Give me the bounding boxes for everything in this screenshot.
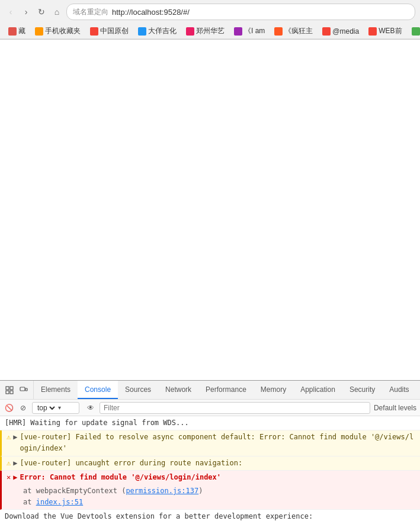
tab-security[interactable]: Security: [342, 381, 382, 399]
refresh-button[interactable]: ↻: [36, 6, 47, 18]
collapse-icon[interactable]: ▶: [13, 472, 17, 483]
context-selector[interactable]: top: [35, 403, 57, 413]
svg-rect-0: [6, 387, 9, 390]
redirect-label: 域名重定向: [73, 7, 108, 17]
bookmark-label: 中国原创: [100, 26, 129, 36]
console-line-devtools: Download the Vue Devtools extension for …: [0, 510, 420, 521]
browser-chrome: ‹ › ↻ ⌂ 域名重定向 http://localhost:9528/#/ 藏…: [0, 0, 420, 40]
bookmark-item[interactable]: 大佯吉化: [134, 25, 180, 37]
bookmark-label: 藏: [18, 26, 25, 36]
console-line-warn2: ⚠ ▶ [vue-router] uncaught error during r…: [0, 456, 420, 471]
tab-memory[interactable]: Memory: [254, 381, 293, 399]
bookmarks-bar: 藏 手机收藏夹 中国原创 大佯吉化 郑州华艺 《I am: [0, 24, 420, 39]
bookmark-label: 大佯吉化: [148, 26, 177, 36]
warning-icon: ⚠: [7, 458, 11, 469]
bookmark-item[interactable]: 《I am: [230, 25, 268, 37]
bookmark-label: 《疯狂主: [284, 26, 313, 36]
bookmark-item[interactable]: 郑州华艺: [182, 25, 228, 37]
bookmark-item[interactable]: WEB前: [365, 25, 405, 37]
console-text: [vue-router] uncaught error during route…: [20, 458, 415, 469]
bookmark-icon: [138, 27, 146, 36]
default-levels-label: Default levels: [374, 404, 416, 412]
bookmark-label: 《I am: [244, 26, 265, 36]
bookmark-item[interactable]: 送: [408, 25, 420, 37]
stop-button[interactable]: ⊘: [18, 403, 28, 413]
svg-rect-3: [10, 391, 13, 394]
bookmark-item[interactable]: 《疯狂主: [271, 25, 316, 37]
error-icon: ✕: [7, 472, 11, 483]
console-text: [vue-router] Failed to resolve async com…: [20, 432, 415, 454]
error-stack: at webpackEmptyContext (permission.js:13…: [7, 485, 203, 508]
browser-window: ‹ › ↻ ⌂ 域名重定向 http://localhost:9528/#/ 藏…: [0, 0, 420, 521]
stack-line-1: at webpackEmptyContext (permission.js:13…: [23, 485, 203, 497]
bookmark-icon: [274, 27, 283, 36]
tab-network[interactable]: Network: [158, 381, 198, 399]
stack-line-2: at index.js:51: [23, 497, 203, 508]
bookmark-icon: [412, 27, 420, 36]
svg-rect-1: [10, 387, 13, 390]
bookmark-label: WEB前: [379, 26, 402, 36]
chevron-down-icon: ▾: [58, 404, 61, 411]
console-line-warn1: ⚠ ▶ [vue-router] Failed to resolve async…: [0, 430, 420, 456]
bookmark-icon: [234, 27, 242, 36]
svg-rect-5: [25, 388, 27, 391]
home-button[interactable]: ⌂: [51, 6, 63, 18]
bookmark-item[interactable]: 中国原创: [86, 25, 132, 37]
bookmark-icon: [186, 27, 194, 36]
collapse-icon[interactable]: ▶: [13, 458, 17, 469]
address-bar[interactable]: 域名重定向 http://localhost:9528/#/: [66, 4, 415, 20]
devtools-side-icons: [0, 381, 34, 399]
nav-bar: ‹ › ↻ ⌂ 域名重定向 http://localhost:9528/#/: [0, 0, 420, 24]
tab-audits[interactable]: Audits: [382, 381, 416, 399]
filter-input[interactable]: [100, 402, 370, 414]
eye-button[interactable]: 👁: [85, 403, 96, 413]
tab-performance[interactable]: Performance: [198, 381, 254, 399]
bookmark-icon: [90, 27, 98, 36]
index-link[interactable]: index.js:51: [36, 498, 83, 506]
clear-console-button[interactable]: 🚫: [4, 403, 14, 413]
console-line-hmr: [HMR] Waiting for update signal from WDS…: [0, 416, 420, 430]
bookmark-item[interactable]: @media: [319, 27, 363, 36]
bookmark-icon: [368, 27, 377, 36]
bookmark-icon: [35, 27, 43, 36]
bookmark-label: @media: [332, 27, 359, 36]
context-selector-container: top ▾: [32, 402, 79, 414]
devtools-panel: Elements Console Sources Network Perform…: [0, 380, 420, 521]
bookmark-item[interactable]: 手机收藏夹: [31, 25, 84, 37]
bookmark-icon: [322, 27, 331, 36]
console-text: Download the Vue Devtools extension for …: [5, 511, 415, 521]
bookmark-label: 郑州华艺: [196, 26, 225, 36]
tab-console[interactable]: Console: [78, 381, 118, 399]
permission-link[interactable]: permission.js:137: [126, 487, 198, 495]
console-output: [HMR] Waiting for update signal from WDS…: [0, 416, 420, 521]
collapse-icon[interactable]: ▶: [13, 432, 17, 443]
devtools-toolbar: Elements Console Sources Network Perform…: [0, 381, 420, 400]
tab-sources[interactable]: Sources: [118, 381, 158, 399]
warning-icon: ⚠: [7, 432, 11, 443]
svg-rect-2: [6, 391, 9, 394]
tab-elements[interactable]: Elements: [34, 381, 78, 399]
inspect-element-button[interactable]: [4, 384, 15, 396]
device-toolbar-button[interactable]: [18, 384, 30, 396]
error-message: Error: Cannot find module '@/views/login…: [20, 472, 221, 483]
bookmark-label: 手机收藏夹: [45, 26, 81, 36]
bookmark-item[interactable]: 藏: [5, 25, 29, 37]
bookmark-icon: [8, 27, 17, 36]
console-text: [HMR] Waiting for update signal from WDS…: [5, 417, 415, 429]
address-url: http://localhost:9528/#/: [112, 8, 190, 17]
console-toolbar: 🚫 ⊘ top ▾ 👁 Default levels: [0, 400, 420, 416]
back-button[interactable]: ‹: [5, 6, 17, 18]
tab-application[interactable]: Application: [293, 381, 342, 399]
forward-button[interactable]: ›: [20, 6, 32, 18]
svg-rect-4: [20, 387, 25, 391]
console-line-error: ✕ ▶ Error: Cannot find module '@/views/l…: [0, 471, 420, 510]
devtools-tabs: Elements Console Sources Network Perform…: [34, 381, 420, 399]
